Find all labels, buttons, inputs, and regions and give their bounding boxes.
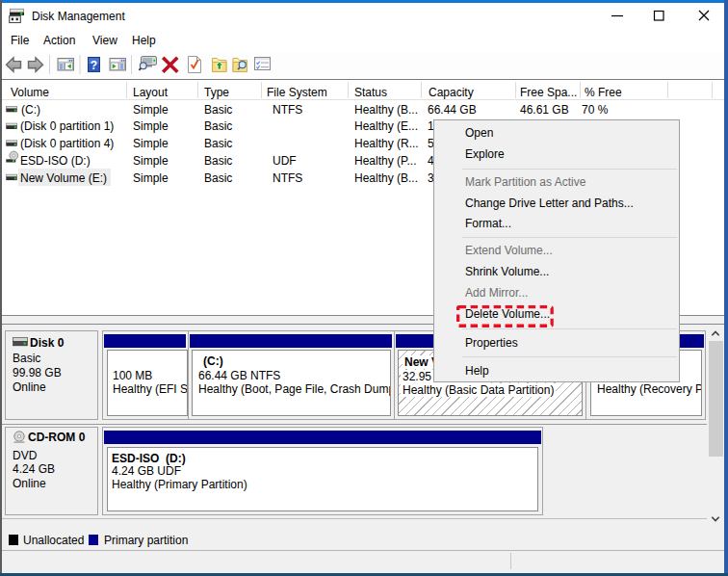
svg-text:?: ?	[91, 59, 97, 72]
